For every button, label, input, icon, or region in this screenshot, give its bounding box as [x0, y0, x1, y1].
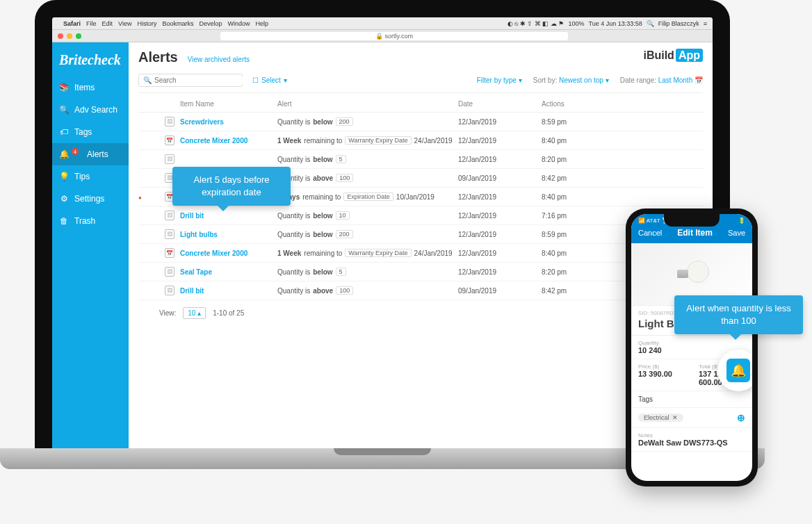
view-archived-link[interactable]: View archived alerts	[188, 56, 250, 63]
phone-title: Edit Item	[677, 228, 713, 238]
row-item-name[interactable]: Seal Tape	[180, 268, 277, 276]
remove-tag-icon[interactable]: ✕	[672, 414, 678, 421]
menubar-item[interactable]: Bookmarks	[162, 20, 193, 27]
col-alert: Alert	[277, 100, 458, 108]
minimize-window-icon[interactable]	[67, 33, 72, 39]
row-item-name[interactable]: Drill bit	[180, 212, 277, 220]
alerts-icon: 🔔	[59, 149, 69, 159]
menubar-app[interactable]: Safari	[63, 20, 81, 27]
search-field[interactable]	[154, 76, 243, 84]
browser-toolbar: 🔒 sortly.com	[52, 30, 713, 42]
sidebar-item-label: Tips	[74, 172, 90, 181]
menubar-item[interactable]: Edit	[102, 20, 113, 27]
select-toggle[interactable]: ☐ Select ▾	[252, 76, 287, 84]
user-name[interactable]: Filip Blaszczyk	[658, 20, 699, 27]
notes-field[interactable]: Notes DeWalt Saw DWS773-QS	[631, 428, 752, 452]
row-type-icon: 📅	[165, 248, 174, 258]
tips-icon: 💡	[59, 172, 69, 181]
partner-logo: iBuildApp	[643, 49, 703, 62]
table-row[interactable]: 🖼 Light bulbs Quantity is below 200 12/J…	[138, 225, 703, 244]
brand-logo: Britecheck	[52, 49, 129, 76]
sidebar-item-tips[interactable]: 💡 Tips	[52, 165, 129, 188]
sort-by[interactable]: Sort by: Newest on top ▾	[533, 76, 609, 84]
col-date: Date	[458, 100, 542, 108]
sidebar-item-alerts[interactable]: 🔔 4 Alerts	[52, 143, 129, 165]
table-row[interactable]: 📅 Concrete Mixer 2000 1 Week remaining t…	[138, 244, 703, 263]
tags-field[interactable]: Tags	[631, 391, 752, 408]
main-content: iBuildApp Alerts View archived alerts 🔍 …	[129, 42, 713, 448]
adv search-icon: 🔍	[59, 105, 69, 115]
save-button[interactable]: Save	[728, 229, 745, 237]
url-bar[interactable]: 🔒 sortly.com	[220, 32, 568, 40]
row-item-name[interactable]: Screwdrivers	[180, 118, 277, 126]
row-type-icon: 🖼	[165, 267, 174, 277]
row-type-icon: 🖼	[165, 117, 174, 126]
row-time: 8:40 pm	[542, 137, 597, 145]
settings-icon: ⚙	[59, 194, 69, 204]
row-item-name[interactable]: Concrete Mixer 2000	[180, 137, 277, 145]
price-field[interactable]: Price ($) 13 390.00	[631, 359, 692, 391]
per-page-select[interactable]: 10 ▴	[183, 307, 206, 319]
row-type-icon: 🖼	[165, 286, 174, 295]
cancel-button[interactable]: Cancel	[638, 229, 662, 237]
row-date: 12/Jan/2019	[458, 156, 542, 163]
sidebar-item-trash[interactable]: 🗑 Trash	[52, 210, 129, 232]
maximize-window-icon[interactable]	[76, 33, 81, 39]
search-icon: 🔍	[143, 76, 152, 84]
row-time: 8:59 pm	[542, 231, 597, 238]
col-item-name: Item Name	[180, 100, 277, 108]
tooltip-expiration: Alert 5 days before expiration date	[172, 167, 291, 206]
table-row[interactable]: 🖼 Seal Tape Quantity is below 5 12/Jan/2…	[138, 263, 703, 281]
row-alert-desc: 1 Week remaining to Warranty Expiry Date…	[277, 249, 458, 257]
row-time: 8:40 pm	[542, 193, 597, 201]
tooltip-quantity: Alert when quantity is less than 100	[674, 295, 803, 334]
menubar-item[interactable]: Help	[255, 20, 268, 27]
page-title: Alerts	[138, 49, 178, 65]
row-time: 8:20 pm	[542, 268, 597, 276]
date-range[interactable]: Date range: Last Month 📅	[620, 76, 703, 84]
close-window-icon[interactable]	[58, 33, 63, 39]
view-label: View:	[159, 309, 176, 317]
sidebar-item-items[interactable]: 📚 Items	[52, 76, 129, 99]
row-alert-desc: Quantity is below 10	[277, 211, 458, 220]
row-time: 8:42 pm	[542, 174, 597, 182]
row-date: 09/Jan/2019	[458, 174, 542, 182]
menu-icon[interactable]: ≡	[704, 20, 707, 27]
sidebar-item-adv search[interactable]: 🔍 Adv Search	[52, 99, 129, 121]
row-item-name[interactable]: Concrete Mixer 2000	[180, 249, 277, 257]
sidebar-item-label: Alerts	[87, 149, 108, 159]
sidebar-item-label: Trash	[74, 216, 95, 226]
row-item-name[interactable]: Drill bit	[180, 287, 277, 295]
row-alert-desc: Quantity is above 100	[277, 174, 458, 182]
tag-chip[interactable]: Electrical ✕	[638, 414, 683, 422]
col-actions: Actions	[542, 100, 597, 108]
row-date: 12/Jan/2019	[458, 249, 542, 257]
row-date: 12/Jan/2019	[458, 137, 542, 145]
row-item-name[interactable]: Light bulbs	[180, 231, 277, 238]
tags-icon: 🏷	[59, 127, 69, 137]
table-row[interactable]: 🖼 Screwdrivers Quantity is below 200 12/…	[138, 113, 703, 131]
sidebar-item-tags[interactable]: 🏷 Tags	[52, 121, 129, 143]
menubar-item[interactable]: File	[86, 20, 97, 27]
menubar-item[interactable]: View	[118, 20, 131, 27]
table-row[interactable]: 📅 Concrete Mixer 2000 1 Week remaining t…	[138, 131, 703, 150]
sidebar-item-label: Settings	[74, 194, 104, 204]
table-row[interactable]: 🖼 Drill bit Quantity is above 100 09/Jan…	[138, 281, 703, 300]
menubar-item[interactable]: Develop	[199, 20, 222, 27]
menubar-item[interactable]: Window	[227, 20, 250, 27]
sidebar-item-settings[interactable]: ⚙ Settings	[52, 188, 129, 210]
filter-type[interactable]: Filter by type ▾	[477, 76, 522, 84]
sidebar-item-label: Tags	[74, 127, 92, 137]
row-type-icon: 📅	[165, 136, 174, 145]
table-row[interactable]: 🖼 Quantity is below 5 12/Jan/2019 8:20 p…	[138, 150, 703, 169]
menubar-item[interactable]: History	[137, 20, 156, 27]
search-icon[interactable]: 🔍	[647, 20, 654, 27]
row-date: 12/Jan/2019	[458, 212, 542, 220]
row-date: 09/Jan/2019	[458, 287, 542, 295]
status-dot	[138, 193, 159, 201]
search-input[interactable]: 🔍	[138, 74, 243, 87]
sidebar-item-label: Adv Search	[74, 105, 117, 115]
row-time: 7:16 pm	[542, 212, 597, 220]
add-tag-button[interactable]: ⊕	[737, 412, 745, 423]
checkbox-icon: ☐	[252, 76, 259, 84]
